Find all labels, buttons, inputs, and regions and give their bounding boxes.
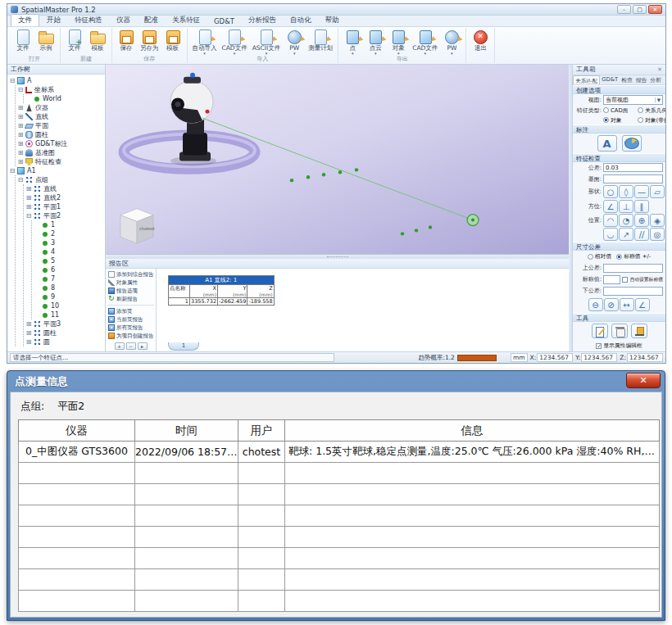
tree-item-圆[interactable]: ⊞圆 <box>25 337 105 346</box>
position-symbol-1[interactable]: ◔ <box>619 214 633 227</box>
tree-item-直线[interactable]: ⊞直线 <box>25 184 105 193</box>
menu-tab-配准[interactable]: 配准 <box>138 15 165 26</box>
unit-field[interactable]: mm <box>511 353 528 362</box>
expand-icon[interactable]: ⊞ <box>17 123 24 129</box>
dim-tol-option-标称值 +/-[interactable]: 标称值 +/- <box>616 252 651 260</box>
position-symbol-3[interactable]: ◈ <box>650 214 665 227</box>
toolbox-close-icon[interactable]: ✕ <box>657 66 662 73</box>
tree-item-直线[interactable]: ⊞直线 <box>17 112 105 121</box>
trash-button[interactable] <box>611 324 628 338</box>
ribbon-button-另存为[interactable]: 另存为 <box>138 28 161 52</box>
measured-point[interactable] <box>322 173 325 176</box>
measured-point[interactable] <box>415 229 418 232</box>
orientation-symbol-2[interactable]: ∥ <box>634 200 649 213</box>
view-dropdown[interactable]: 当前视图 ▼ <box>603 95 663 105</box>
menu-tab-开始[interactable]: 开始 <box>40 15 67 26</box>
menu-tab-文件[interactable]: 文件 <box>11 14 39 26</box>
ribbon-button-测量计划[interactable]: 测量计划 <box>306 28 335 52</box>
ribbon-button-模板[interactable]: 模板 <box>86 28 109 52</box>
ribbon-button-示例[interactable]: 示例 <box>34 28 57 52</box>
shape-symbol-2[interactable]: — <box>634 185 649 198</box>
menu-tab-GD&T[interactable]: GD&T <box>207 16 241 26</box>
report-page-tab[interactable]: 1 <box>168 342 199 351</box>
position2-symbol-1[interactable]: ↗ <box>619 228 633 241</box>
menu-tab-自动化[interactable]: 自动化 <box>284 15 318 26</box>
pager-button-1[interactable]: − <box>126 342 136 350</box>
report-action-添加页[interactable]: 添加页 <box>107 307 155 315</box>
upper-tolerance-input[interactable] <box>603 264 663 273</box>
position-symbol-0[interactable]: ◠ <box>603 214 618 227</box>
tree-item-A[interactable]: ⊟A <box>9 76 105 85</box>
dialog-empty-row[interactable] <box>19 591 660 612</box>
collapse-icon[interactable]: ⊟ <box>17 87 24 93</box>
expand-icon[interactable]: ⊞ <box>17 132 24 138</box>
ribbon-button-模板[interactable]: 模板 <box>161 28 184 52</box>
ribbon-button-PW[interactable]: PW▾ <box>440 28 463 55</box>
expand-icon[interactable]: ⊞ <box>17 141 24 147</box>
shape-symbol-0[interactable]: ○ <box>603 185 618 198</box>
dialog-empty-row[interactable] <box>19 484 660 505</box>
report-action-刷新报告[interactable]: 刷新报告 <box>107 295 155 303</box>
ribbon-button-保存[interactable]: 保存 <box>115 28 138 52</box>
report-table-row[interactable]: 13355.732-2662.459-189.558 <box>169 298 275 306</box>
toolbox-tab-关系匹配[interactable]: 关系匹配 <box>573 75 600 84</box>
measured-point[interactable] <box>355 168 358 171</box>
tree-item-直线2[interactable]: ⊞直线2 <box>25 193 105 202</box>
tree-item-A1[interactable]: ⊟A1 <box>9 166 105 175</box>
auto-nominal-checkbox[interactable] <box>622 277 628 283</box>
measured-point[interactable] <box>306 175 310 179</box>
orientation-symbol-1[interactable]: ⊥ <box>619 200 633 213</box>
report-action-所有页报告[interactable]: 所有页报告 <box>107 324 155 332</box>
measured-point[interactable] <box>429 225 432 229</box>
ribbon-button-点云[interactable]: 点云▾ <box>364 28 387 55</box>
menu-tab-关系特征[interactable]: 关系特征 <box>166 15 207 26</box>
report-action-为项目创建报告[interactable]: 为项目创建报告 <box>107 332 155 340</box>
expand-icon[interactable]: ⊞ <box>25 330 32 337</box>
expand-icon[interactable]: ⊞ <box>25 195 32 202</box>
pager-button-0[interactable]: + <box>115 342 125 350</box>
laser-tracker-model[interactable] <box>170 73 213 161</box>
tree-item-平面2[interactable]: ⊟平面2 <box>25 211 105 220</box>
tree-item-8[interactable]: 8 <box>34 283 105 292</box>
dimension-symbol-0[interactable]: ⊖ <box>588 298 603 311</box>
pager-button-2[interactable]: ▸ <box>138 342 148 350</box>
dialog-empty-row[interactable] <box>19 463 660 484</box>
dim-tol-option-相对值[interactable]: 相对值 <box>588 252 611 260</box>
ribbon-button-对象[interactable]: 对象▾ <box>387 28 410 55</box>
collapse-icon[interactable]: ⊟ <box>9 78 16 84</box>
feature-type-option-对象[interactable]: 对象 <box>603 116 638 125</box>
tree-item-点组[interactable]: ⊟点组 <box>17 175 105 184</box>
tree-item-4[interactable]: 4 <box>34 247 105 256</box>
dimension-symbol-3[interactable]: ∠ <box>635 298 650 311</box>
report-action-添加到综合报告[interactable]: 添加到综合报告 <box>107 270 155 279</box>
measured-point[interactable] <box>401 232 404 235</box>
dialog-empty-row[interactable] <box>19 569 660 591</box>
tree-item-坐标系[interactable]: ⊟坐标系 <box>17 85 105 94</box>
tree-item-10[interactable]: 10 <box>34 301 105 310</box>
ribbon-button-ASCII文件[interactable]: ASCII文件▾ <box>250 28 284 55</box>
datum-input[interactable] <box>603 174 663 183</box>
collapse-icon[interactable]: ⊟ <box>25 213 32 220</box>
toolbox-tab-报告[interactable]: 报告 <box>634 75 649 84</box>
expand-icon[interactable]: ⊞ <box>25 339 32 346</box>
expand-icon[interactable]: ⊞ <box>17 105 24 111</box>
ribbon-button-PW[interactable]: PW▾ <box>283 28 306 55</box>
dialog-empty-row[interactable] <box>19 548 660 569</box>
tree-item-World[interactable]: World <box>25 94 105 103</box>
tree-item-圆柱[interactable]: ⊞圆柱 <box>25 328 105 337</box>
tree-item-平面3[interactable]: ⊞平面3 <box>25 319 105 328</box>
horizontal-splitter[interactable] <box>106 255 569 259</box>
tree-item-GD&T标注[interactable]: ⊞GD&T标注 <box>17 139 105 148</box>
dialog-empty-row[interactable] <box>19 505 660 527</box>
feature-type-option-对象(带拟合)[interactable]: 对象(带拟合) <box>638 116 665 125</box>
collapse-icon[interactable]: ⊟ <box>17 177 24 183</box>
viewport-3d[interactable]: chotest <box>106 65 569 255</box>
position2-symbol-0[interactable]: ◡ <box>603 228 618 241</box>
tree-item-平面1[interactable]: ⊞平面1 <box>25 202 105 211</box>
position-symbol-2[interactable]: ⊕ <box>634 214 649 227</box>
ribbon-button-文件[interactable]: 文件 <box>63 28 86 52</box>
orientation-symbol-0[interactable]: ∠ <box>603 200 618 213</box>
tree-item-6[interactable]: 6 <box>34 265 105 274</box>
tree-item-特征检查[interactable]: ⊞特征检查 <box>17 157 105 166</box>
expand-icon[interactable]: ⊞ <box>25 321 32 328</box>
